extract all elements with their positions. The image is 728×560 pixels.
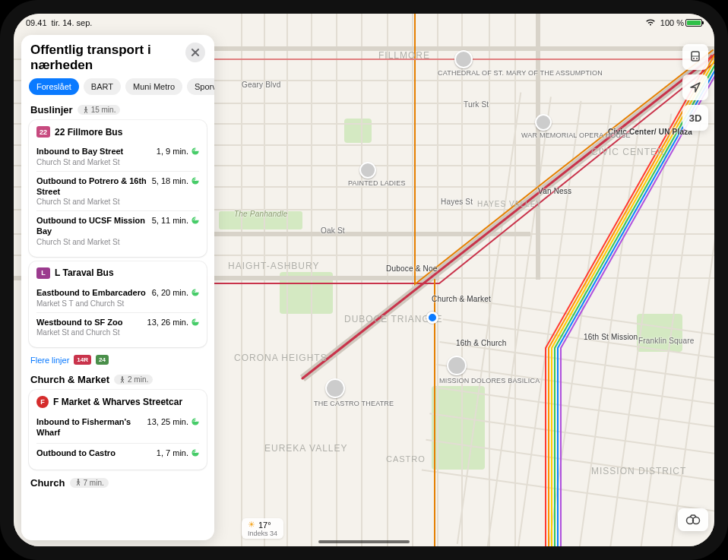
sun-icon: ☀ xyxy=(248,520,255,530)
direction-destination: Outbound to Castro xyxy=(36,448,152,459)
section-title: Church & Market xyxy=(30,374,109,385)
direction-stop: Church St and Market St xyxy=(36,198,147,206)
walk-time-chip: 2 min. xyxy=(114,375,153,384)
close-button[interactable] xyxy=(185,43,205,62)
poi-icon[interactable] xyxy=(454,50,473,68)
line-title: F Market & Wharves Streetcar xyxy=(53,397,182,407)
walk-time-chip: 15 min. xyxy=(78,105,121,115)
transit-line-card: FF Market & Wharves StreetcarInbound to … xyxy=(29,390,207,469)
arrival-time: 5, 18 min. xyxy=(152,176,199,185)
battery-icon: 100 % xyxy=(660,18,702,27)
locate-icon[interactable] xyxy=(682,74,708,100)
arrival-time: 13, 26 min. xyxy=(147,318,199,327)
direction-destination: Inbound to Bay Street xyxy=(36,147,152,157)
direction-stop: Church St and Market St xyxy=(36,238,147,246)
direction-stop: Market S T and Church St xyxy=(36,299,147,308)
direction-destination: Outbound to Potrero & 16th Street xyxy=(36,176,147,198)
direction-row[interactable]: Outbound to Potrero & 16th StreetChurch … xyxy=(36,171,199,211)
filter-pill-sporvogn[interactable]: Sporvogn xyxy=(187,78,214,95)
arrival-time: 5, 11 min. xyxy=(152,216,199,225)
walk-time-chip: 7 min. xyxy=(70,478,109,488)
poi-icon[interactable] xyxy=(535,114,552,131)
direction-destination: Westbound to SF Zoo xyxy=(36,318,143,328)
svg-rect-1 xyxy=(432,386,485,470)
line-badge: F xyxy=(36,396,49,408)
svg-point-52 xyxy=(696,58,698,59)
filter-pill-foreslået[interactable]: Foreslået xyxy=(29,78,79,95)
line-title: L Taraval Bus xyxy=(55,267,114,278)
map-3d-toggle[interactable]: 3D xyxy=(682,105,708,131)
transit-line-card: LL Taraval BusEastbound to EmbarcaderoMa… xyxy=(29,261,207,348)
line-badge: 22 xyxy=(36,126,50,138)
direction-destination: Eastbound to Embarcadero xyxy=(36,288,147,299)
arrival-time: 1, 7 min. xyxy=(157,448,199,457)
poi-icon[interactable] xyxy=(325,378,345,398)
home-indicator[interactable] xyxy=(318,540,410,543)
section-title: Church xyxy=(30,477,65,489)
arrival-time: 1, 9 min. xyxy=(157,147,199,156)
transit-icon[interactable] xyxy=(682,44,708,70)
arrival-time: 6, 20 min. xyxy=(152,288,199,297)
filter-pill-bart[interactable]: BART xyxy=(84,78,121,95)
direction-stop: Church St and Market St xyxy=(36,158,152,166)
direction-destination: Inbound to Fisherman's Wharf xyxy=(36,417,143,438)
line-title: 22 Fillmore Bus xyxy=(55,127,122,138)
lookaround-icon[interactable] xyxy=(678,508,708,531)
poi-icon[interactable] xyxy=(359,162,376,179)
weather-chip[interactable]: ☀ 17° Indeks 34 xyxy=(242,518,283,539)
direction-row[interactable]: Westbound to SF ZooMarket St and Church … xyxy=(36,312,199,342)
line-badge: L xyxy=(36,267,50,279)
direction-row[interactable]: Outbound to UCSF Mission BayChurch St an… xyxy=(36,210,199,251)
arrival-time: 13, 25 min. xyxy=(147,417,199,426)
filter-pill-muni metro[interactable]: Muni Metro xyxy=(125,78,182,95)
more-lines-button[interactable]: Flere linjer14R24 xyxy=(21,352,214,371)
transit-panel: Offentlig transport i nærheden Foreslået… xyxy=(21,35,214,540)
line-badge: 14R xyxy=(74,355,91,365)
direction-row[interactable]: Inbound to Bay StreetChurch St and Marke… xyxy=(36,142,199,171)
svg-rect-5 xyxy=(637,314,682,352)
direction-destination: Outbound to UCSF Mission Bay xyxy=(36,216,147,237)
direction-stop: Market St and Church St xyxy=(36,328,143,337)
svg-rect-3 xyxy=(344,119,372,143)
status-time: 09.41 xyxy=(26,18,47,27)
direction-row[interactable]: Outbound to Castro1, 7 min. xyxy=(36,443,199,464)
svg-point-51 xyxy=(693,58,695,59)
transit-line-card: 2222 Fillmore BusInbound to Bay StreetCh… xyxy=(29,120,207,257)
close-icon xyxy=(191,49,199,56)
user-location-icon xyxy=(426,312,438,324)
status-bar: 09.41 tir. 14. sep. 100 % xyxy=(14,14,714,30)
section-title: Buslinjer xyxy=(30,104,73,115)
battery-percent: 100 % xyxy=(660,18,684,27)
svg-rect-2 xyxy=(219,211,302,229)
poi-icon[interactable] xyxy=(447,356,467,375)
status-date: tir. 14. sep. xyxy=(52,18,93,27)
panel-title: Offentlig transport i nærheden xyxy=(30,43,185,72)
weather-temp: 17° xyxy=(258,520,271,530)
direction-row[interactable]: Inbound to Fisherman's Wharf13, 25 min. xyxy=(36,413,199,443)
line-badge: 24 xyxy=(96,355,109,365)
weather-aqi: Indeks 34 xyxy=(248,530,277,537)
direction-row[interactable]: Eastbound to EmbarcaderoMarket S T and C… xyxy=(36,283,199,312)
wifi-icon xyxy=(645,18,656,27)
